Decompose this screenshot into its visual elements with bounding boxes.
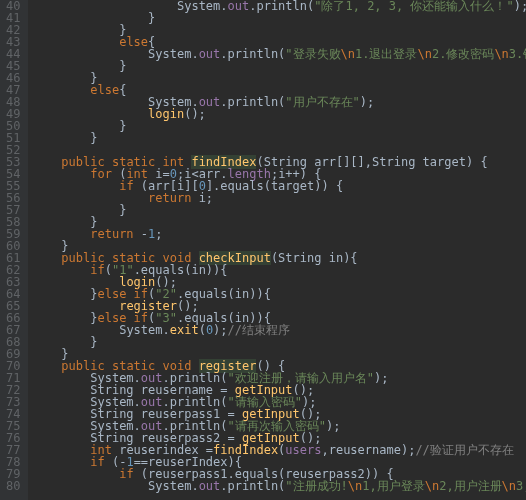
code-line[interactable]: } xyxy=(32,120,526,132)
code-editor: 4041424344454647484950515253545556575859… xyxy=(0,0,526,500)
code-line[interactable]: return -1; xyxy=(32,228,526,240)
code-line[interactable]: System.out.println("注册成功!\n1,用户登录\n2,用户注… xyxy=(32,480,526,492)
code-line[interactable]: System.exit(0);//结束程序 xyxy=(32,324,526,336)
line-number: 80 xyxy=(6,480,20,492)
line-number-gutter: 4041424344454647484950515253545556575859… xyxy=(0,0,28,500)
code-line[interactable]: } xyxy=(32,132,526,144)
code-line[interactable]: } xyxy=(32,204,526,216)
code-area[interactable]: System.out.println("除了1, 2, 3, 你还能输入什么！"… xyxy=(28,0,526,500)
code-line[interactable]: } xyxy=(32,60,526,72)
code-line[interactable]: } xyxy=(32,336,526,348)
